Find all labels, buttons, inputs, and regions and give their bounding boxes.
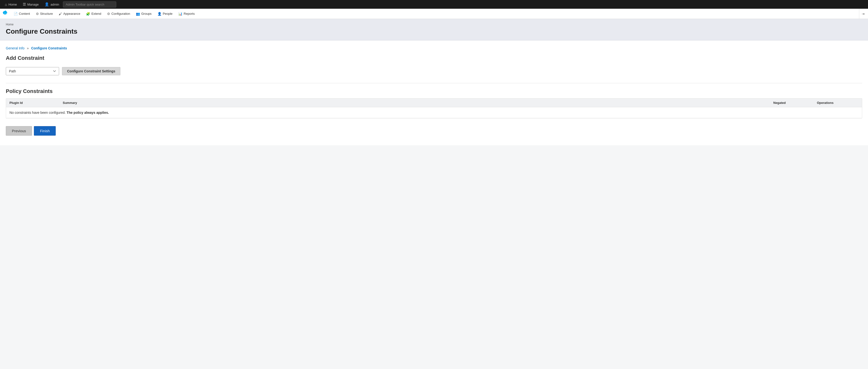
- table-header: Plugin Id Summary Negated Operations: [6, 98, 862, 107]
- nav-reports-label: Reports: [184, 12, 195, 16]
- nav-content-label: Content: [19, 12, 30, 16]
- finish-button[interactable]: Finish: [34, 126, 56, 135]
- page-wrapper: Home Configure Constraints General Info …: [0, 19, 868, 369]
- nav-appearance[interactable]: 🖌 Appearance: [56, 9, 83, 19]
- configuration-icon: ⚙: [107, 12, 110, 16]
- nav-groups[interactable]: 👥 Groups: [133, 9, 155, 19]
- action-buttons: Previous Finish: [6, 126, 862, 135]
- policy-constraints-table: Plugin Id Summary Negated Operations No …: [6, 98, 862, 118]
- nav-reports[interactable]: 📊 Reports: [175, 9, 197, 19]
- structure-icon: ⚙: [36, 12, 39, 16]
- home-toolbar-item[interactable]: ⌂ Home: [2, 0, 20, 9]
- nav-people[interactable]: 👤 People: [155, 9, 175, 19]
- nav-configuration-label: Configuration: [112, 12, 130, 16]
- constraint-type-select[interactable]: Path: [6, 67, 59, 75]
- section-divider: [6, 83, 862, 83]
- nav-structure-label: Structure: [40, 12, 53, 16]
- home-icon: ⌂: [5, 2, 7, 6]
- manage-toolbar-item[interactable]: ☰ Manage: [20, 0, 42, 9]
- home-label: Home: [8, 3, 17, 6]
- nav-groups-label: Groups: [141, 12, 152, 16]
- configure-constraint-settings-button[interactable]: Configure Constraint Settings: [62, 67, 120, 75]
- breadcrumb-configure-constraints-link[interactable]: Configure Constraints: [31, 46, 67, 50]
- breadcrumb-nav: General Info » Configure Constraints: [6, 46, 862, 50]
- main-nav: 📄 Content ⚙ Structure 🖌 Appearance 🧩 Ext…: [0, 9, 868, 19]
- constraint-form: Path Configure Constraint Settings: [6, 67, 862, 75]
- drupal-logo[interactable]: [1, 9, 10, 18]
- policy-constraints-title: Policy Constraints: [6, 88, 862, 94]
- nav-collapse-button[interactable]: ⇥: [859, 9, 867, 19]
- col-plugin-id: Plugin Id: [6, 98, 59, 107]
- extend-icon: 🧩: [86, 12, 90, 16]
- search-container: [63, 1, 116, 7]
- admin-toolbar-item[interactable]: 👤 admin: [42, 0, 62, 9]
- collapse-icon: ⇥: [862, 12, 865, 16]
- manage-icon: ☰: [23, 2, 26, 6]
- empty-message-bold: The policy always applies.: [67, 111, 109, 115]
- nav-appearance-label: Appearance: [63, 12, 80, 16]
- empty-message-prefix: No constraints have been configured.: [9, 111, 66, 115]
- nav-extend-label: Extend: [91, 12, 101, 16]
- nav-structure[interactable]: ⚙ Structure: [33, 9, 56, 19]
- nav-people-label: People: [163, 12, 173, 16]
- appearance-icon: 🖌: [59, 12, 62, 16]
- svg-point-0: [4, 13, 5, 13]
- add-constraint-title: Add Constraint: [6, 55, 862, 61]
- page-header: Home Configure Constraints: [0, 19, 868, 40]
- people-icon: 👤: [157, 12, 161, 16]
- breadcrumb-general-info-link[interactable]: General Info: [6, 46, 25, 50]
- content-icon: 📄: [13, 12, 18, 16]
- manage-label: Manage: [27, 3, 39, 6]
- nav-configuration[interactable]: ⚙ Configuration: [104, 9, 133, 19]
- nav-extend[interactable]: 🧩 Extend: [83, 9, 104, 19]
- nav-content[interactable]: 📄 Content: [11, 9, 33, 19]
- breadcrumb-separator: »: [27, 46, 29, 50]
- user-icon: 👤: [44, 2, 49, 6]
- breadcrumb-home: Home: [6, 23, 862, 26]
- col-negated: Negated: [770, 98, 813, 107]
- admin-label: admin: [51, 3, 59, 6]
- svg-point-1: [6, 13, 7, 13]
- table-empty-message: No constraints have been configured. The…: [6, 107, 862, 118]
- reports-icon: 📊: [178, 12, 182, 16]
- admin-toolbar: ⌂ Home ☰ Manage 👤 admin: [0, 0, 868, 9]
- groups-icon: 👥: [136, 12, 140, 16]
- content-area: General Info » Configure Constraints Add…: [0, 40, 868, 145]
- col-summary: Summary: [59, 98, 770, 107]
- page-title: Configure Constraints: [6, 28, 862, 35]
- previous-button[interactable]: Previous: [6, 126, 32, 135]
- col-operations: Operations: [813, 98, 862, 107]
- search-input[interactable]: [63, 1, 116, 7]
- table-body: No constraints have been configured. The…: [6, 107, 862, 118]
